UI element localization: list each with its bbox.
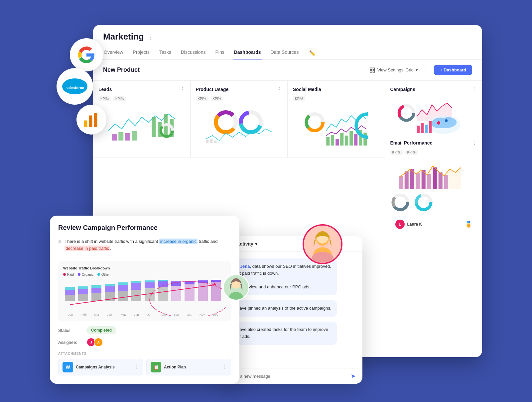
chat-input[interactable]	[229, 374, 347, 379]
product-usage-menu-icon[interactable]: ⋮	[277, 86, 282, 92]
svg-rect-86	[145, 282, 155, 288]
tab-discussions[interactable]: Discussions	[180, 47, 206, 59]
svg-rect-47	[417, 126, 420, 133]
email-performance-title: Email Performance	[390, 140, 433, 146]
leads-chart	[98, 104, 185, 144]
toolbar-right: View Settings Grid ▾ ⋮ + Dashboard	[369, 65, 472, 75]
svg-rect-13	[112, 134, 117, 141]
svg-text:Dec: Dec	[213, 313, 218, 316]
dashboard-toolbar: New Product View Settings Grid ▾ ⋮ + Das…	[93, 60, 482, 80]
salesforce-brand-icon: salesforce	[57, 68, 93, 105]
chat-messages: Hi Jena, data shows our SEO initiatives …	[223, 252, 362, 368]
svg-rect-80	[118, 285, 128, 291]
svg-rect-25	[206, 140, 208, 143]
assignee-avatar-2: A	[94, 338, 103, 347]
attachment-action-plan[interactable]: 📋 Action Plan ⋮	[146, 359, 231, 375]
svg-text:Jun: Jun	[134, 313, 139, 316]
campaigns-menu-icon[interactable]: ⋮	[471, 86, 477, 92]
svg-rect-73	[91, 293, 101, 301]
svg-rect-69	[65, 287, 75, 290]
woman-avatar-large	[303, 224, 342, 264]
svg-rect-2	[84, 121, 87, 127]
leads-kpi2: KPI%	[113, 96, 126, 101]
add-dashboard-button[interactable]: + Dashboard	[434, 65, 472, 75]
svg-rect-6	[373, 68, 374, 69]
status-label: Status:	[58, 328, 81, 333]
chat-message-2: I have pinned an analysis of the active …	[229, 300, 337, 317]
svg-rect-36	[349, 131, 353, 146]
svg-rect-35	[345, 136, 348, 146]
attachments-label: ATTACHMENTS	[58, 352, 231, 355]
view-settings-label: View Settings	[377, 67, 404, 72]
svg-rect-48	[421, 123, 424, 133]
assignee-row: Assignee: J A	[58, 338, 231, 347]
edit-icon[interactable]: ✏️	[309, 50, 316, 56]
chevron-down-icon: ▾	[416, 67, 418, 72]
campaigns-chart	[390, 96, 477, 135]
campaigns-title: Campaigns	[390, 87, 415, 92]
chat-message-3: I have also created tasks for the team t…	[229, 322, 337, 345]
svg-text:Oct: Oct	[187, 313, 192, 316]
tab-tasks[interactable]: Tasks	[159, 47, 172, 59]
svg-rect-91	[171, 286, 181, 301]
top-navigation: Marketing ⋮ Overview Projects Tasks Disc…	[93, 25, 482, 60]
jena-avatar-medium	[223, 274, 249, 301]
svg-rect-9	[152, 117, 156, 137]
svg-text:salesforce: salesforce	[66, 86, 84, 90]
email-kpi1: KPI%	[390, 150, 403, 155]
email-donut2	[414, 192, 434, 212]
email-donut1	[390, 192, 410, 212]
task-doc-icon: 📋	[151, 362, 161, 372]
svg-text:Jan: Jan	[68, 313, 73, 316]
status-row: Status: Completed	[58, 326, 231, 334]
tab-pins[interactable]: Pins	[214, 47, 225, 59]
send-button[interactable]: ➤	[351, 372, 356, 380]
email-performance-chart	[390, 157, 477, 191]
review-text: There is a shift in website traffic with…	[65, 238, 231, 252]
attachment1-name: Campaigns Analysis	[76, 365, 131, 369]
svg-rect-70	[78, 294, 88, 301]
review-card-title: Review Campaign Performance	[58, 224, 231, 232]
attachment-campaigns-analysis[interactable]: W Campaigns Analysis ⋮	[58, 359, 143, 375]
page-menu-icon[interactable]: ⋮	[147, 33, 153, 41]
leads-kpi1: KPI%	[98, 96, 111, 101]
svg-rect-7	[370, 70, 372, 72]
product-usage-kpi2: KPI%	[211, 96, 223, 101]
svg-rect-88	[158, 287, 168, 301]
social-media-chart	[293, 104, 380, 147]
product-usage-title: Product Usage	[196, 87, 229, 92]
leads-menu-icon[interactable]: ⋮	[180, 86, 185, 92]
svg-point-45	[437, 121, 440, 125]
svg-rect-74	[91, 288, 101, 293]
attachment2-menu-icon[interactable]: ⋮	[222, 364, 227, 370]
chevron-down-icon: ▾	[255, 241, 257, 247]
more-options-icon[interactable]: ⋮	[423, 66, 429, 74]
svg-rect-27	[214, 141, 216, 143]
social-media-menu-icon[interactable]: ⋮	[374, 86, 380, 92]
tab-data-sources[interactable]: Data Sources	[270, 47, 300, 59]
svg-rect-8	[373, 70, 374, 72]
attachment1-menu-icon[interactable]: ⋮	[134, 364, 139, 370]
tab-projects[interactable]: Projects	[132, 47, 150, 59]
email-performance-menu-icon[interactable]: ⋮	[472, 140, 477, 146]
analytics-brand-icon	[76, 105, 106, 135]
highlight-organic: increase in organic	[159, 239, 198, 244]
attachments-section: ATTACHMENTS W Campaigns Analysis ⋮ 📋 Act…	[58, 352, 231, 375]
traffic-chart-title: Website Traffic Breakdown	[63, 266, 226, 270]
svg-rect-79	[118, 291, 128, 301]
svg-rect-33	[335, 139, 339, 146]
svg-point-46	[445, 119, 448, 122]
tab-dashboards[interactable]: Dashboards	[233, 47, 262, 59]
assignee-label: Assignee:	[58, 340, 81, 345]
tab-overview[interactable]: Overview	[103, 47, 124, 59]
svg-rect-78	[105, 284, 115, 286]
person-row-laura: L Laura K 🏅	[390, 216, 477, 233]
svg-text:Aug: Aug	[161, 313, 166, 316]
svg-rect-14	[118, 132, 123, 141]
view-settings[interactable]: View Settings Grid ▾	[369, 67, 418, 73]
svg-rect-16	[132, 131, 137, 141]
social-media-title: Social Media	[293, 87, 321, 92]
product-usage-chart	[196, 104, 283, 144]
leads-title: Leads	[98, 87, 112, 92]
svg-rect-84	[131, 281, 141, 283]
